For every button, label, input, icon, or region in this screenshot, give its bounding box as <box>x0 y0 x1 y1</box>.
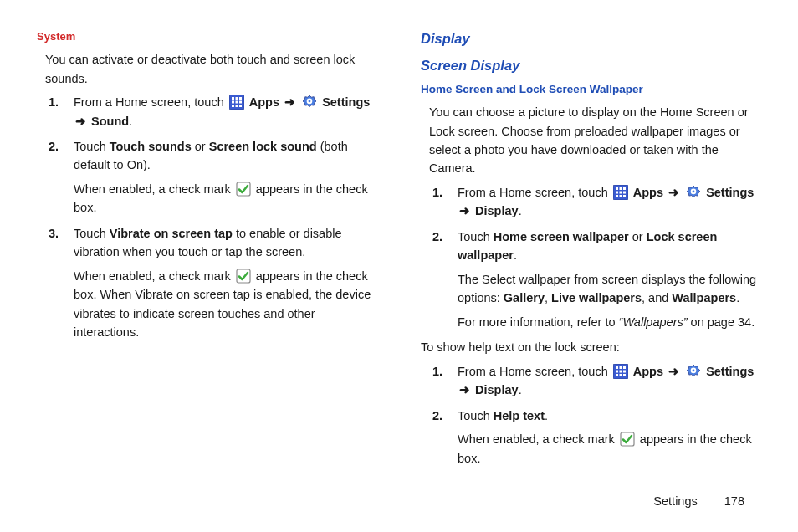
wallpapers-label: Wallpapers <box>672 291 736 304</box>
footer-page-number: 178 <box>724 494 744 508</box>
vibrate-label: Vibrate on screen tap <box>110 227 233 240</box>
arrow-icon: ➜ <box>459 383 470 396</box>
help-steps: 1. From a Home screen, touch Apps ➜ Sett… <box>432 362 766 468</box>
left-column: System You can activate or deactivate bo… <box>37 28 382 474</box>
settings-icon <box>686 185 701 200</box>
arrow-icon: ➜ <box>668 365 679 378</box>
system-intro: You can activate or deactivate both touc… <box>45 50 382 88</box>
right-column: Display Screen Display Home Screen and L… <box>421 28 766 474</box>
step-text: or <box>195 140 206 153</box>
display-intro: You can choose a picture to display on t… <box>429 103 766 178</box>
display-label: Display <box>475 204 519 217</box>
system-step-2: 2. Touch Touch sounds or Screen lock sou… <box>49 137 382 217</box>
heading-wallpaper: Home Screen and Lock Screen Wallpaper <box>421 81 766 99</box>
step-sub: When enabled, a check mark appears in th… <box>74 267 382 342</box>
apps-label: Apps <box>633 365 663 378</box>
home-wallpaper-label: Home screen wallpaper <box>494 230 629 243</box>
settings-label: Settings <box>322 95 370 109</box>
checkmark-icon <box>236 182 251 197</box>
display-label: Display <box>475 383 519 396</box>
step-text: When enabled, a check mark <box>74 182 231 196</box>
arrow-icon: ➜ <box>75 115 86 128</box>
step-text: Touch <box>74 140 106 153</box>
gallery-label: Gallery <box>504 291 545 304</box>
heading-display: Display <box>421 28 766 50</box>
system-step-3: 3. Touch Vibrate on screen tap to enable… <box>49 224 382 342</box>
display-step-2: 2. Touch Home screen wallpaper or Lock s… <box>432 228 766 331</box>
arrow-icon: ➜ <box>284 95 295 109</box>
screen-lock-sound-label: Screen lock sound <box>209 140 317 153</box>
step-sub: The Select wallpaper from screen display… <box>458 270 766 308</box>
step-text: Touch <box>74 227 106 240</box>
arrow-icon: ➜ <box>459 204 470 217</box>
checkmark-icon <box>620 432 635 447</box>
step-sub: For more information, refer to “Wallpape… <box>458 313 766 331</box>
step-text: or <box>632 230 643 243</box>
help-intro: To show help text on the lock screen: <box>421 338 766 356</box>
step-text: on page 34. <box>691 315 755 329</box>
live-wallpapers-label: Live wallpapers <box>551 291 642 304</box>
step-text: From a Home screen, touch <box>74 95 224 109</box>
touch-sounds-label: Touch sounds <box>110 140 192 153</box>
footer-section: Settings <box>653 494 697 508</box>
heading-screen-display: Screen Display <box>421 55 766 77</box>
step-sub: When enabled, a check mark appears in th… <box>458 430 766 468</box>
step-text: From a Home screen, touch <box>458 186 608 199</box>
step-text: Touch <box>458 409 490 422</box>
apps-icon <box>613 185 628 200</box>
arrow-icon: ➜ <box>668 186 679 199</box>
apps-label: Apps <box>633 186 663 199</box>
help-step-2: 2. Touch Help text. When enabled, a chec… <box>432 407 766 468</box>
step-text: Touch <box>458 230 490 243</box>
settings-label: Settings <box>706 186 754 199</box>
checkmark-icon <box>236 269 251 284</box>
help-text-label: Help text <box>494 409 545 422</box>
step-text: , and <box>642 291 668 304</box>
page-footer: Settings 178 <box>653 492 744 510</box>
settings-icon <box>302 95 317 110</box>
step-sub: When enabled, a check mark appears in th… <box>74 180 382 217</box>
page-columns: System You can activate or deactivate bo… <box>37 28 766 474</box>
step-text: From a Home screen, touch <box>458 365 608 378</box>
step-text: When enabled, a check mark <box>458 432 615 446</box>
display-step-1: 1. From a Home screen, touch Apps ➜ Sett… <box>432 183 766 221</box>
settings-label: Settings <box>706 365 754 378</box>
step-text: When enabled, a check mark <box>74 269 231 283</box>
wallpapers-ref: “Wallpapers” <box>619 315 688 329</box>
heading-system: System <box>37 28 382 45</box>
display-steps: 1. From a Home screen, touch Apps ➜ Sett… <box>432 183 766 331</box>
apps-icon <box>229 95 244 110</box>
apps-icon <box>613 364 628 379</box>
apps-label: Apps <box>249 95 279 109</box>
system-steps: 1. From a Home screen, touch Apps ➜ Sett… <box>49 93 382 342</box>
sound-label: Sound <box>91 115 129 128</box>
help-step-1: 1. From a Home screen, touch Apps ➜ Sett… <box>432 362 766 400</box>
system-step-1: 1. From a Home screen, touch Apps ➜ Sett… <box>49 93 382 130</box>
settings-icon <box>686 364 701 379</box>
step-text: For more information, refer to <box>458 315 616 329</box>
